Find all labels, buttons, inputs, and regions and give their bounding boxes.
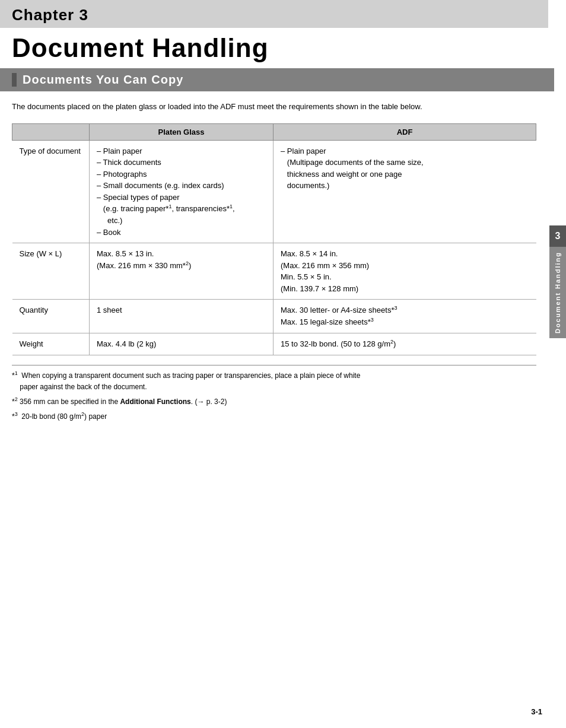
intro-paragraph: The documents placed on the platen glass… xyxy=(12,101,536,113)
table-row: Quantity 1 sheet Max. 30 letter- or A4-s… xyxy=(12,300,536,333)
table-row: Type of document – Plain paper – Thick d… xyxy=(12,140,536,243)
side-tab: 3 Document Handling xyxy=(549,225,566,338)
section-heading: Documents You Can Copy xyxy=(0,68,554,91)
chapter-bar: Chapter 3 xyxy=(0,0,548,28)
row-label-type: Type of document xyxy=(12,140,90,243)
section-heading-text: Documents You Can Copy xyxy=(23,73,183,87)
row-label-size: Size (W × L) xyxy=(12,243,90,300)
row-platen-quantity: 1 sheet xyxy=(90,300,274,333)
side-tab-label: Document Handling xyxy=(552,247,564,338)
row-platen-size: Max. 8.5 × 13 in. (Max. 216 mm × 330 mm*… xyxy=(90,243,274,300)
section-heading-bar xyxy=(12,73,17,87)
table-header-row: Platen Glass ADF xyxy=(12,123,536,140)
row-platen-weight: Max. 4.4 lb (2 kg) xyxy=(90,333,274,355)
footnote-1: *1 When copying a transparent document s… xyxy=(12,369,536,393)
row-label-quantity: Quantity xyxy=(12,300,90,333)
content-area: The documents placed on the platen glass… xyxy=(0,91,548,437)
row-adf-type: – Plain paper (Multipage documents of th… xyxy=(274,140,536,243)
footnotes-section: *1 When copying a transparent document s… xyxy=(12,365,536,423)
row-adf-weight: 15 to 32-lb bond. (50 to 128 g/m2) xyxy=(274,333,536,355)
side-tab-number: 3 xyxy=(549,225,566,247)
col-header-empty xyxy=(12,123,90,140)
footnote-3: *3 20-lb bond (80 g/m2) paper xyxy=(12,410,536,422)
col-header-adf: ADF xyxy=(274,123,536,140)
row-adf-size: Max. 8.5 × 14 in. (Max. 216 mm × 356 mm)… xyxy=(274,243,536,300)
row-platen-type: – Plain paper – Thick documents – Photog… xyxy=(90,140,274,243)
chapter-header: Chapter 3 Document Handling xyxy=(0,0,548,68)
row-adf-quantity: Max. 30 letter- or A4-size sheets*3 Max.… xyxy=(274,300,536,333)
col-header-platen: Platen Glass xyxy=(90,123,274,140)
page-number: 3-1 xyxy=(531,707,542,716)
page-title: Document Handling xyxy=(0,28,548,68)
table-row: Size (W × L) Max. 8.5 × 13 in. (Max. 216… xyxy=(12,243,536,300)
chapter-label: Chapter 3 xyxy=(12,6,536,24)
row-label-weight: Weight xyxy=(12,333,90,355)
page: 3 Document Handling Chapter 3 Document H… xyxy=(0,0,566,728)
table-row: Weight Max. 4.4 lb (2 kg) 15 to 32-lb bo… xyxy=(12,333,536,355)
documents-table: Platen Glass ADF Type of document – Plai… xyxy=(12,123,536,355)
additional-functions-link: Additional Functions xyxy=(120,398,190,406)
footnote-2: *2 356 mm can be specified in the Additi… xyxy=(12,395,536,408)
